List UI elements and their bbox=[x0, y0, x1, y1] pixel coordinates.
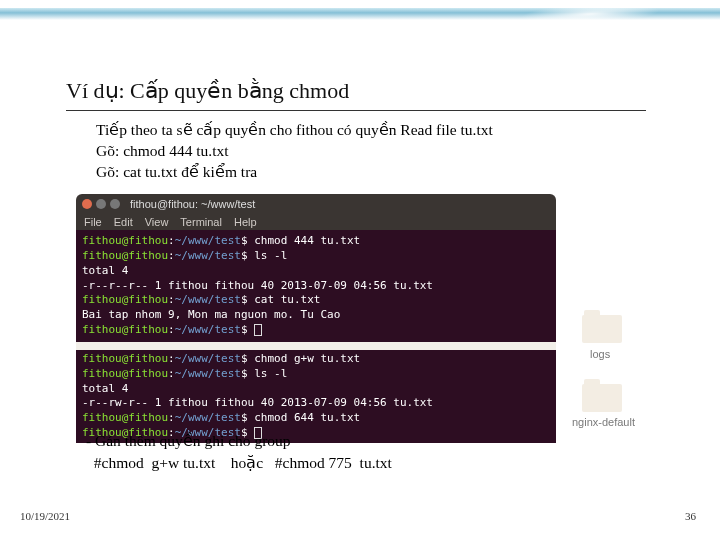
terminal-output-block1: fithou@fithou:~/www/test$ chmod 444 tu.t… bbox=[76, 230, 556, 342]
bottom-text: - Gán thêm quyền ghi cho group #chmod g+… bbox=[86, 430, 392, 473]
bottom-line: - Gán thêm quyền ghi cho group bbox=[86, 430, 392, 452]
close-icon bbox=[82, 199, 92, 209]
body-line: Gõ: cat tu.txt để kiểm tra bbox=[96, 162, 493, 183]
folder-icon bbox=[582, 384, 622, 412]
slide-top-border bbox=[0, 8, 720, 20]
folder-icon bbox=[582, 315, 622, 343]
minimize-icon bbox=[96, 199, 106, 209]
terminal-titlebar: fithou@fithou: ~/www/test bbox=[76, 194, 556, 214]
terminal-title: fithou@fithou: ~/www/test bbox=[130, 198, 255, 210]
body-text: Tiếp theo ta sẽ cấp quyền cho fithou có … bbox=[96, 120, 493, 183]
menu-item: View bbox=[145, 216, 169, 228]
menu-item: File bbox=[84, 216, 102, 228]
footer-date: 10/19/2021 bbox=[20, 510, 70, 522]
folder-label: nginx-default bbox=[572, 416, 635, 428]
maximize-icon bbox=[110, 199, 120, 209]
terminal-gap bbox=[76, 342, 556, 350]
terminal-screenshot: fithou@fithou: ~/www/test File Edit View… bbox=[76, 194, 556, 424]
terminal-menu: File Edit View Terminal Help bbox=[76, 214, 556, 230]
title-underline bbox=[66, 110, 646, 111]
folder-label: logs bbox=[590, 348, 610, 360]
slide-title: Ví dụ: Cấp quyền bằng chmod bbox=[66, 78, 349, 104]
menu-item: Terminal bbox=[180, 216, 222, 228]
bottom-line: #chmod g+w tu.txt hoặc #chmod 775 tu.txt bbox=[86, 452, 392, 474]
terminal-output-block2: fithou@fithou:~/www/test$ chmod g+w tu.t… bbox=[76, 350, 556, 443]
menu-item: Help bbox=[234, 216, 257, 228]
footer-page: 36 bbox=[685, 510, 696, 522]
body-line: Gõ: chmod 444 tu.txt bbox=[96, 141, 493, 162]
body-line: Tiếp theo ta sẽ cấp quyền cho fithou có … bbox=[96, 120, 493, 141]
menu-item: Edit bbox=[114, 216, 133, 228]
